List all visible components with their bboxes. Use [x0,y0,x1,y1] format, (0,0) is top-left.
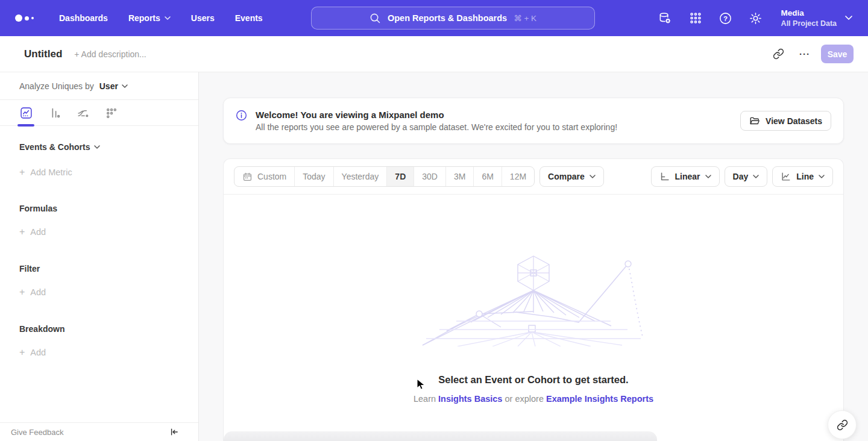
empty-state-title: Select an Event or Cohort to get started… [438,374,628,386]
project-selector[interactable]: Media All Project Data [781,8,852,28]
analyze-value-dropdown[interactable]: User [99,81,128,91]
example-reports-link[interactable]: Example Insights Reports [546,394,653,404]
visualization-tabs [0,99,198,126]
date-range-label: 12M [510,172,526,181]
date-range-yesterday[interactable]: Yesterday [334,167,388,186]
give-feedback-link[interactable]: Give Feedback [11,428,63,437]
date-range-3m[interactable]: 3M [446,167,474,186]
breakdown-header: Breakdown [19,324,179,334]
chevron-down-icon [753,175,759,178]
insights-report-card: Custom Today Yesterday 7D 30D 3M 6M 12M … [223,158,844,441]
banner-title: Welcome! You are viewing a Mixpanel demo [256,110,617,120]
learn-middle: or explore [505,394,543,404]
date-range-30d[interactable]: 30D [414,167,446,186]
chevron-down-icon [845,16,852,20]
data-management-icon[interactable] [658,11,673,25]
primary-nav: Dashboards Reports Users Events [49,8,273,28]
date-range-today[interactable]: Today [295,167,333,186]
scale-label: Linear [675,172,700,181]
plus-icon: + [19,287,25,298]
chevron-down-icon [819,175,825,178]
formulas-header: Formulas [19,204,179,213]
tab-bar-chart[interactable] [47,105,61,120]
date-range-12m[interactable]: 12M [502,167,534,186]
add-formula-button[interactable]: + Add [19,227,179,237]
section-title: Formulas [19,204,57,213]
chart-toolbar: Custom Today Yesterday 7D 30D 3M 6M 12M … [224,159,843,195]
date-range-custom[interactable]: Custom [234,167,295,186]
date-range-control: Custom Today Yesterday 7D 30D 3M 6M 12M [234,166,535,187]
plus-icon: + [19,167,25,178]
add-metric-button[interactable]: + Add Metric [19,167,179,178]
next-section-peek[interactable] [224,431,657,441]
section-title: Filter [19,264,40,274]
chevron-down-icon [122,84,128,88]
tab-insights-line[interactable] [19,105,33,120]
nav-item-users[interactable]: Users [181,8,225,28]
project-name: Media [781,8,837,19]
nav-item-reports[interactable]: Reports [118,8,181,28]
analyze-value: User [99,81,118,91]
analyze-label: Analyze Uniques by [19,81,94,91]
report-actions: ··· Save [768,44,854,64]
add-filter-label: Add [30,287,46,297]
chevron-down-icon [165,16,171,20]
more-options-icon[interactable]: ··· [794,44,815,64]
view-datasets-button[interactable]: View Datasets [740,111,831,131]
learn-prefix: Learn [414,394,436,404]
add-filter-button[interactable]: + Add [19,287,179,298]
section-title: Breakdown [19,324,64,334]
events-cohorts-header[interactable]: Events & Cohorts [19,142,179,152]
date-range-label: 7D [395,172,406,181]
global-search[interactable]: Open Reports & Dashboards ⌘ + K [311,7,595,30]
linear-axis-icon [659,171,670,182]
filter-header: Filter [19,264,179,274]
top-nav: Dashboards Reports Users Events Open Rep… [0,0,868,36]
scale-dropdown[interactable]: Linear [651,166,720,187]
chevron-down-icon [590,175,596,178]
nav-label: Events [235,13,263,23]
chevron-down-icon [705,175,711,178]
nav-item-dashboards[interactable]: Dashboards [49,8,118,28]
date-range-6m[interactable]: 6M [474,167,502,186]
add-formula-label: Add [30,227,46,237]
view-datasets-label: View Datasets [766,116,822,126]
date-range-label: Custom [257,172,286,181]
nav-label: Dashboards [59,13,108,23]
date-range-7d[interactable]: 7D [387,167,414,186]
tab-retention-dots[interactable] [104,105,118,120]
report-description-placeholder[interactable]: + Add description... [74,49,146,59]
interval-dropdown[interactable]: Day [725,166,768,187]
help-icon[interactable]: ? [719,11,733,25]
insights-basics-link[interactable]: Insights Basics [438,394,502,404]
report-title[interactable]: Untitled [24,48,62,60]
line-chart-icon [781,171,791,182]
empty-state-illustration [421,255,646,346]
mixpanel-logo-icon[interactable] [15,14,39,22]
collapse-sidebar-icon[interactable] [169,427,179,437]
add-breakdown-button[interactable]: + Add [19,347,179,358]
search-placeholder: Open Reports & Dashboards [388,13,507,23]
settings-gear-icon[interactable] [749,11,763,25]
ellipsis-glyph: ··· [799,49,810,59]
nav-item-events[interactable]: Events [225,8,273,28]
apps-grid-icon[interactable] [688,11,703,25]
date-range-label: 3M [454,172,465,181]
copy-link-icon[interactable] [768,44,788,64]
svg-text:?: ? [723,14,728,22]
compare-dropdown[interactable]: Compare [539,166,604,187]
floating-copy-link-button[interactable] [828,410,857,439]
save-button[interactable]: Save [821,45,854,63]
plus-icon: + [19,227,25,237]
add-metric-label: Add Metric [30,167,72,177]
info-icon [236,110,247,124]
query-builder-sidebar: Analyze Uniques by User [0,72,199,441]
report-header-bar: Untitled + Add description... ··· Save [0,36,868,72]
top-nav-right: ? Media All Project Data [658,0,852,36]
sidebar-footer: Give Feedback [0,422,198,441]
tab-flows[interactable] [75,105,90,120]
chart-type-dropdown[interactable]: Line [772,166,833,187]
main-content: Welcome! You are viewing a Mixpanel demo… [199,72,868,441]
chart-type-label: Line [796,172,814,181]
search-shortcut: ⌘ + K [514,13,536,23]
